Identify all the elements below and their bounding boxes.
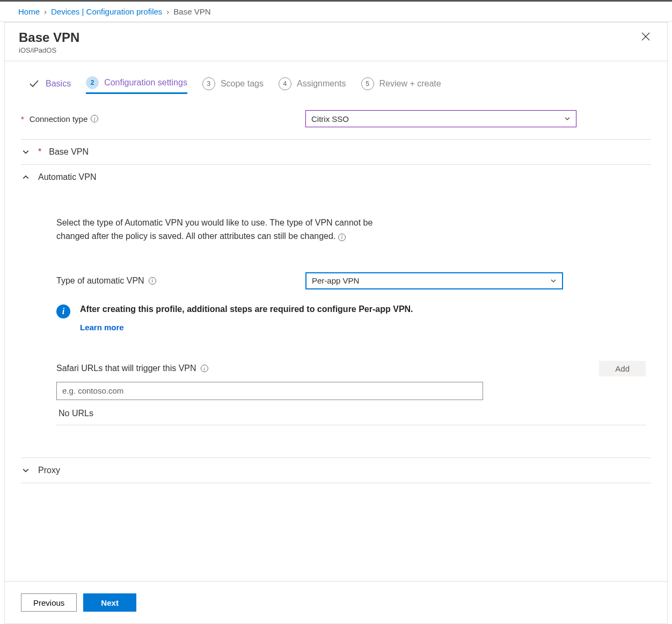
step-label: Review + create: [379, 79, 441, 89]
chevron-up-icon: [21, 173, 31, 181]
wizard-footer: Previous Next: [5, 581, 667, 623]
expander-label: Automatic VPN: [38, 172, 96, 182]
proxy-expander[interactable]: Proxy: [21, 458, 651, 483]
automatic-vpn-expander[interactable]: Automatic VPN: [21, 165, 651, 190]
wizard-steps: Basics 2 Configuration settings 3 Scope …: [5, 61, 667, 96]
chevron-right-icon: ›: [44, 7, 47, 16]
breadcrumb-home[interactable]: Home: [18, 7, 40, 16]
step-configuration-settings[interactable]: 2 Configuration settings: [86, 76, 187, 94]
page-title: Base VPN: [19, 30, 79, 45]
connection-type-label: * Connection type i: [21, 114, 305, 124]
info-message: After creating this profile, additional …: [80, 304, 413, 314]
safari-urls-label: Safari URLs that will trigger this VPN i: [56, 364, 208, 373]
step-assignments[interactable]: 4 Assignments: [279, 77, 346, 90]
connection-type-select[interactable]: Citrix SSO: [305, 110, 576, 127]
breadcrumb-current: Base VPN: [173, 7, 210, 16]
step-label: Scope tags: [221, 79, 264, 89]
safari-url-input[interactable]: [56, 382, 483, 400]
step-number-badge: 2: [86, 76, 99, 89]
breadcrumb-devices[interactable]: Devices | Configuration profiles: [51, 7, 162, 16]
step-review-create[interactable]: 5 Review + create: [361, 77, 441, 90]
step-basics[interactable]: Basics: [27, 78, 71, 89]
page-subtitle: iOS/iPadOS: [19, 46, 79, 54]
required-asterisk: *: [38, 147, 41, 157]
chevron-down-icon: [21, 148, 31, 156]
info-icon[interactable]: i: [91, 115, 98, 122]
step-number-badge: 5: [361, 77, 374, 90]
label-text: Connection type: [30, 114, 87, 124]
no-urls-text: No URLs: [56, 402, 646, 425]
step-scope-tags[interactable]: 3 Scope tags: [202, 77, 264, 90]
next-button[interactable]: Next: [83, 593, 136, 612]
auto-vpn-type-select[interactable]: Per-app VPN: [305, 272, 563, 289]
step-number-badge: 4: [279, 77, 291, 90]
expander-label: Base VPN: [49, 147, 89, 157]
step-label: Assignments: [297, 79, 346, 89]
chevron-down-icon: [21, 467, 31, 474]
previous-button[interactable]: Previous: [21, 593, 77, 612]
breadcrumb: Home › Devices | Configuration profiles …: [0, 2, 672, 22]
chevron-down-icon: [550, 278, 557, 284]
select-value: Per-app VPN: [312, 276, 359, 285]
close-icon: [641, 32, 650, 41]
step-label: Configuration settings: [104, 78, 187, 88]
chevron-down-icon: [564, 115, 571, 122]
auto-vpn-type-label: Type of automatic VPN i: [56, 276, 305, 286]
learn-more-link[interactable]: Learn more: [80, 323, 124, 332]
info-icon[interactable]: i: [338, 234, 346, 241]
info-icon[interactable]: i: [149, 277, 156, 285]
info-icon[interactable]: i: [201, 365, 208, 372]
close-button[interactable]: [638, 30, 653, 45]
info-icon: i: [56, 304, 70, 318]
select-value: Citrix SSO: [311, 114, 349, 124]
add-button[interactable]: Add: [599, 361, 646, 376]
base-vpn-expander[interactable]: * Base VPN: [21, 140, 651, 164]
checkmark-icon: [27, 78, 40, 89]
step-label: Basics: [46, 79, 71, 89]
required-asterisk: *: [21, 114, 24, 124]
chevron-right-icon: ›: [166, 7, 169, 16]
step-number-badge: 3: [202, 77, 215, 90]
automatic-vpn-help: Select the type of Automatic VPN you wou…: [56, 216, 384, 243]
expander-label: Proxy: [38, 466, 60, 475]
info-callout: i After creating this profile, additiona…: [56, 304, 646, 332]
